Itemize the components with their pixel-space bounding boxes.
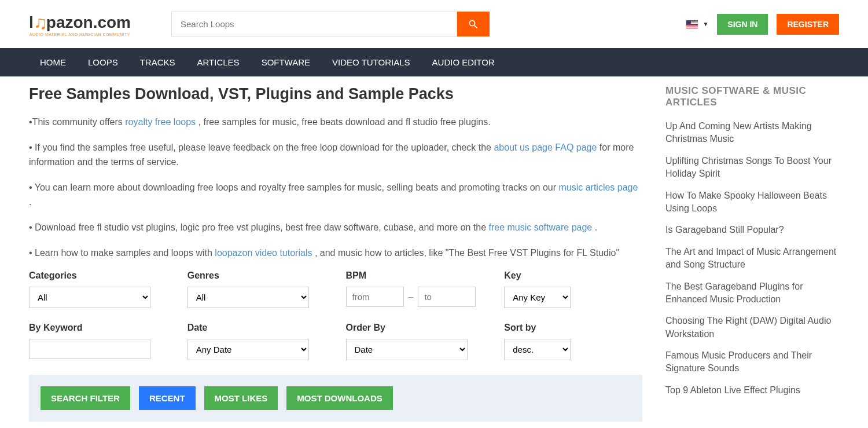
keyword-input[interactable] [29,339,150,359]
sidebar: MUSIC SOFTWARE & MUSIC ARTICLES Up And C… [665,85,839,428]
filter-key: Key Any Key [504,270,642,308]
keyword-label: By Keyword [29,323,167,333]
sidebar-item[interactable]: Uplifting Christmas Songs To Boost Your … [665,155,839,181]
nav-video-tutorials[interactable]: VIDEO TUTORIALS [321,48,421,76]
page-title: Free Samples Download, VST, Plugins and … [29,85,642,103]
date-select[interactable]: Any Date [187,339,309,360]
sidebar-item[interactable]: Up And Coming New Artists Making Christm… [665,120,839,146]
signin-button[interactable]: SIGN IN [717,14,768,35]
orderby-label: Order By [346,323,484,333]
filter-bpm: BPM – [346,270,484,308]
genres-label: Genres [187,270,326,281]
sidebar-item[interactable]: How To Make Spooky Halloween Beats Using… [665,189,839,215]
date-label: Date [187,323,326,333]
nav-home[interactable]: HOME [29,48,77,76]
sidebar-title: MUSIC SOFTWARE & MUSIC ARTICLES [665,85,839,108]
nav-loops[interactable]: LOOPS [77,48,129,76]
main-content: Free Samples Download, VST, Plugins and … [29,76,839,428]
sidebar-item[interactable]: The Best Garageband Plugins for Enhanced… [665,280,839,306]
categories-select[interactable]: All [29,287,150,308]
search-input[interactable] [171,12,457,36]
about-us-link[interactable]: about us page [494,142,552,152]
bpm-from-input[interactable] [346,287,404,307]
filter-keyword: By Keyword [29,323,167,360]
key-select[interactable]: Any Key [504,287,571,308]
key-label: Key [504,270,642,281]
filter-genres: Genres All [187,270,326,308]
filter-buttons: SEARCH FILTER RECENT MOST LIKES MOST DOW… [29,375,642,422]
bpm-separator: – [409,292,414,302]
left-column: Free Samples Download, VST, Plugins and … [29,85,642,428]
categories-label: Categories [29,270,167,281]
sidebar-item[interactable]: Top 9 Ableton Live Effect Plugins [665,384,839,397]
most-downloads-button[interactable]: MOST DOWNLOADS [286,386,393,410]
register-button[interactable]: REGISTER [777,14,839,35]
logo-prefix: l [29,13,34,32]
header-right: ▼ SIGN IN REGISTER [686,14,839,35]
most-likes-button[interactable]: MOST LIKES [204,386,278,410]
sidebar-item[interactable]: Is Garageband Still Popular? [665,224,839,236]
bpm-to-input[interactable] [418,287,476,307]
faq-link[interactable]: FAQ page [555,142,597,152]
sidebar-item[interactable]: Choosing The Right (DAW) Digital Audio W… [665,314,839,341]
search-box [171,12,490,36]
genres-select[interactable]: All [187,287,309,308]
recent-button[interactable]: RECENT [139,386,196,410]
search-filter-button[interactable]: SEARCH FILTER [41,386,130,410]
flag-us-icon [686,20,698,28]
intro-text: •This community offers royalty free loop… [29,115,642,260]
logo-text: pazon.com [46,13,131,32]
music-note-icon: ♫ [34,12,47,34]
sortby-select[interactable]: desc. [504,339,571,360]
sidebar-item[interactable]: The Art and Impact of Music Arrangement … [665,246,839,272]
nav-audio-editor[interactable]: AUDIO EDITOR [421,48,506,76]
sidebar-item[interactable]: Famous Music Producers and Their Signatu… [665,349,839,375]
sidebar-list: Up And Coming New Artists Making Christm… [665,120,839,397]
filter-date: Date Any Date [187,323,326,360]
royalty-free-loops-link[interactable]: royalty free loops [125,117,196,127]
bpm-label: BPM [346,270,484,281]
search-icon [468,19,479,30]
nav-tracks[interactable]: TRACKS [129,48,186,76]
logo-tagline: AUDIO MATERIAL AND MUSICIAN COMMUNITY [30,32,130,36]
header: l ♫ pazon.com AUDIO MATERIAL AND MUSICIA… [29,0,839,48]
music-software-link[interactable]: free music software page [488,222,592,232]
language-selector[interactable]: ▼ [686,20,708,28]
main-nav: HOME LOOPS TRACKS ARTICLES SOFTWARE VIDE… [0,48,868,76]
orderby-select[interactable]: Date [346,339,468,360]
video-tutorials-link[interactable]: loopazon video tutorials [215,248,312,258]
nav-software[interactable]: SOFTWARE [251,48,321,76]
nav-articles[interactable]: ARTICLES [186,48,251,76]
sortby-label: Sort by [504,323,642,333]
filter-sortby: Sort by desc. [504,323,642,360]
logo[interactable]: l ♫ pazon.com AUDIO MATERIAL AND MUSICIA… [29,12,131,36]
filter-categories: Categories All [29,270,167,308]
filters: Categories All Genres All BPM – Key [29,270,642,360]
music-articles-link[interactable]: music articles page [558,182,638,192]
caret-down-icon: ▼ [703,21,708,27]
filter-orderby: Order By Date [346,323,484,360]
search-button[interactable] [457,12,490,36]
